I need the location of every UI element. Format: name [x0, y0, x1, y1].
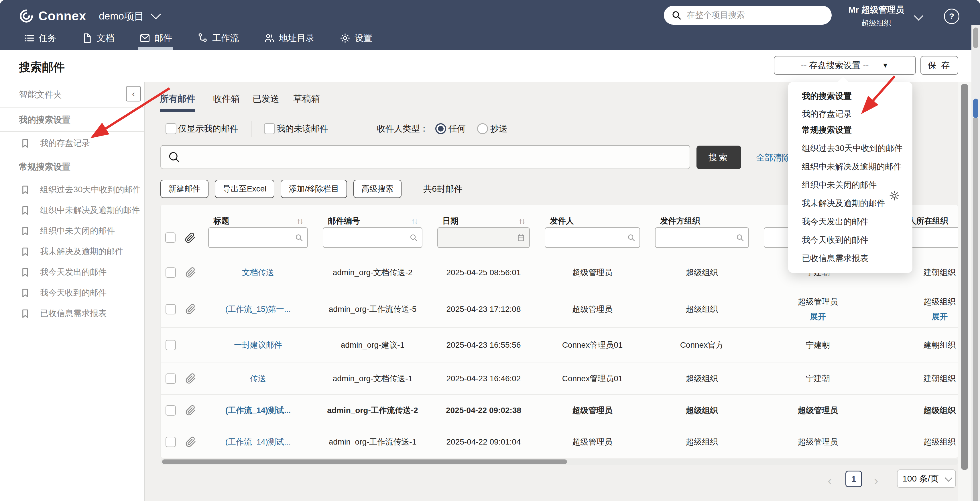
nav-item-设置[interactable]: 设置	[340, 26, 372, 50]
popup-item-my-saved-records[interactable]: 我的存盘记录	[802, 108, 852, 120]
table-row[interactable]: (工作流_14)测试...admin_org-工作流传送-12025-04-22…	[161, 426, 958, 458]
expand-link[interactable]: 展开	[810, 311, 826, 322]
sidebar-item-general-1[interactable]: 组织中未解决及逾期的邮件	[0, 201, 144, 220]
sidebar-item-my-saved-records[interactable]: 我的存盘记录	[0, 134, 144, 153]
table-row[interactable]: (工作流_15)第一...admin_org-工作流传送-52025-04-23…	[161, 291, 958, 327]
mail-title-link[interactable]: (工作流_14)测试...	[225, 437, 291, 447]
tab-草稿箱[interactable]: 草稿箱	[293, 86, 320, 112]
sort-icons[interactable]: ↑↓	[411, 217, 417, 226]
recipient-org-cell: 超级组织	[880, 395, 958, 426]
row-checkbox[interactable]	[165, 267, 176, 278]
vertical-scrollbar[interactable]	[958, 82, 972, 501]
popup-item-general-6[interactable]: 已收信息需求报表	[802, 253, 868, 264]
sidebar-item-general-5[interactable]: 我今天收到的邮件	[0, 284, 144, 302]
window-corner	[971, 0, 980, 25]
column-header[interactable]: 日期↑↓	[430, 215, 537, 227]
horizontal-scrollbar-thumb[interactable]	[162, 460, 567, 464]
row-checkbox[interactable]	[165, 304, 176, 314]
help-button[interactable]: ?	[944, 9, 959, 24]
user-menu[interactable]: Mr 超级管理员 超级组织	[840, 4, 912, 28]
user-chevron-down-icon[interactable]	[914, 11, 923, 21]
brand[interactable]: Connex demo项目	[19, 8, 159, 25]
column-filter-input[interactable]	[208, 227, 308, 248]
toolbar-button-导出至Excel[interactable]: 导出至Excel	[215, 180, 274, 198]
column-filter-input[interactable]	[437, 227, 530, 248]
sort-icons[interactable]: ↑↓	[519, 217, 525, 226]
row-checkbox[interactable]	[165, 405, 176, 416]
clear-all-link[interactable]: 全部清除	[756, 152, 791, 164]
nav-item-文档[interactable]: 文档	[82, 26, 114, 50]
sidebar-item-general-4[interactable]: 我今天发出的邮件	[0, 263, 144, 281]
browser-scrollbar-thumb[interactable]	[973, 99, 978, 118]
column-filter-input[interactable]	[545, 227, 640, 248]
column-header[interactable]: 发件人	[537, 215, 648, 227]
mail-title-link[interactable]: 传送	[250, 373, 266, 384]
vertical-scrollbar-thumb[interactable]	[961, 84, 968, 470]
sidebar-item-general-6[interactable]: 已收信息需求报表	[0, 305, 144, 323]
global-search-input[interactable]: 在整个项目搜索	[664, 6, 832, 25]
row-checkbox[interactable]	[165, 437, 176, 447]
popup-item-general-5[interactable]: 我今天收到的邮件	[802, 235, 868, 246]
column-header[interactable]: 标题↑↓	[201, 215, 315, 227]
project-name[interactable]: demo项目	[99, 10, 144, 23]
nav-item-地址目录[interactable]: 地址目录	[264, 26, 315, 50]
mail-title-link[interactable]: (工作流_15)第一...	[225, 304, 291, 315]
tab-label: 草稿箱	[293, 93, 320, 105]
select-all-checkbox[interactable]	[165, 233, 175, 243]
mail-search-input[interactable]	[161, 145, 690, 169]
popup-item-general-2[interactable]: 组织中未关闭的邮件	[802, 179, 877, 191]
popup-item-general-1[interactable]: 组织中未解决及逾期的邮件	[802, 161, 902, 172]
column-filter-input[interactable]	[323, 227, 422, 248]
nav-item-工作流[interactable]: 工作流	[197, 26, 239, 50]
sidebar-collapse-button[interactable]: ‹	[126, 86, 141, 102]
table-row[interactable]: 一封建议邮件admin_org-建议-12025-04-23 16:55:56C…	[161, 327, 958, 362]
saved-search-dropdown[interactable]: -- 存盘搜索设置 -- ▼	[774, 56, 916, 75]
popup-item-general-0[interactable]: 组织过去30天中收到的邮件	[802, 143, 902, 154]
toolbar-button-高级搜索[interactable]: 高级搜索	[353, 180, 401, 198]
toolbar-button-添加/移除栏目[interactable]: 添加/移除栏目	[281, 180, 347, 198]
top-header: Connex demo项目 在整个项目搜索 Mr 超级管理员 超级组织 ? 任务…	[0, 0, 980, 50]
project-chevron-down-icon[interactable]	[151, 9, 161, 19]
my-unread-checkbox[interactable]	[264, 123, 275, 134]
current-page-button[interactable]: 1	[845, 471, 862, 487]
expand-link[interactable]: 展开	[932, 311, 948, 322]
search-button[interactable]: 搜索	[697, 145, 741, 169]
table-row[interactable]: 传送admin_org-文档传送-12025-04-23 16:46:02Con…	[161, 362, 958, 394]
column-header[interactable]: 发件方组织	[648, 215, 756, 227]
radio-cc[interactable]	[477, 123, 488, 134]
nav-item-邮件[interactable]: 邮件	[140, 26, 172, 50]
tab-已发送[interactable]: 已发送	[253, 86, 279, 112]
date-cell: 2025-04-23 16:55:56	[430, 328, 537, 362]
prev-page-icon[interactable]: ‹	[828, 474, 832, 488]
toolbar-button-label: 添加/移除栏目	[289, 183, 339, 194]
radio-any[interactable]	[435, 123, 446, 134]
browser-scrollbar[interactable]	[971, 0, 980, 501]
horizontal-scrollbar[interactable]	[161, 459, 958, 465]
gear-icon[interactable]	[889, 190, 900, 201]
popup-item-general-4[interactable]: 我今天发出的邮件	[802, 216, 868, 228]
mail-title-link[interactable]: 一封建议邮件	[234, 340, 282, 351]
attachment-cell	[181, 426, 201, 458]
mail-title-link[interactable]: 文档传送	[242, 267, 274, 278]
next-page-icon[interactable]: ›	[874, 474, 878, 488]
paperclip-icon	[185, 233, 196, 243]
sidebar-item-general-3[interactable]: 我未解决及逾期的邮件	[0, 243, 144, 261]
tab-所有邮件[interactable]: 所有邮件	[160, 86, 195, 112]
only-my-mail-checkbox[interactable]	[165, 123, 177, 134]
popup-item-general-3[interactable]: 我未解决及逾期的邮件	[802, 198, 885, 209]
column-filter-input[interactable]	[655, 227, 749, 248]
toolbar-button-新建邮件[interactable]: 新建邮件	[161, 180, 208, 198]
nav-item-任务[interactable]: 任务	[24, 26, 56, 50]
page-size-select[interactable]: 100 条/页	[897, 469, 956, 488]
sender-cell: 超级管理员	[537, 254, 648, 291]
save-button[interactable]: 保 存	[920, 56, 958, 75]
sidebar-item-general-2[interactable]: 组织中未关闭的邮件	[0, 222, 144, 240]
mail-title-link[interactable]: (工作流_14)测试...	[225, 405, 291, 416]
table-row[interactable]: (工作流_14)测试...admin_org-工作流传送-22025-04-22…	[161, 394, 958, 426]
row-checkbox[interactable]	[165, 340, 176, 350]
row-checkbox[interactable]	[165, 373, 176, 384]
sort-icons[interactable]: ↑↓	[297, 217, 303, 226]
sidebar-item-general-0[interactable]: 组织过去30天中收到的邮件	[0, 180, 144, 199]
tab-收件箱[interactable]: 收件箱	[213, 86, 240, 112]
column-header[interactable]: 邮件编号↑↓	[315, 215, 430, 227]
